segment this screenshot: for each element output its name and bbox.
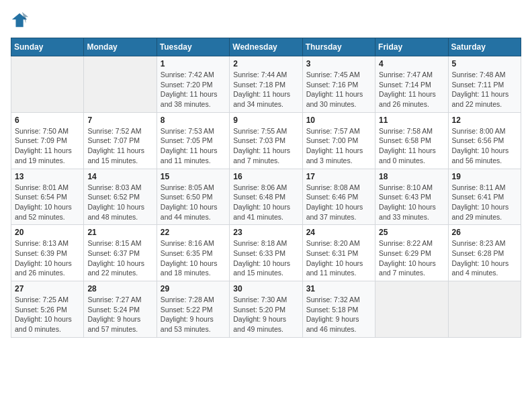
day-number: 13 [15, 172, 80, 181]
calendar-cell: 11Sunrise: 7:58 AM Sunset: 6:58 PM Dayli… [375, 112, 448, 169]
page-header [11, 11, 521, 30]
day-number: 18 [379, 172, 444, 181]
day-info: Sunrise: 7:47 AM Sunset: 7:14 PM Dayligh… [379, 70, 444, 109]
calendar-cell: 27Sunrise: 7:25 AM Sunset: 5:26 PM Dayli… [11, 281, 84, 338]
day-number: 29 [161, 284, 226, 293]
calendar-table: SundayMondayTuesdayWednesdayThursdayFrid… [11, 38, 521, 338]
day-number: 17 [306, 172, 371, 181]
day-info: Sunrise: 8:16 AM Sunset: 6:35 PM Dayligh… [161, 238, 226, 278]
day-info: Sunrise: 7:45 AM Sunset: 7:16 PM Dayligh… [306, 70, 371, 109]
day-number: 7 [87, 116, 152, 125]
day-number: 16 [233, 172, 298, 181]
day-info: Sunrise: 8:18 AM Sunset: 6:33 PM Dayligh… [233, 238, 298, 278]
day-number: 27 [15, 284, 80, 293]
day-number: 30 [233, 284, 298, 293]
weekday-header-row: SundayMondayTuesdayWednesdayThursdayFrid… [11, 38, 521, 56]
calendar-week-2: 6Sunrise: 7:50 AM Sunset: 7:09 PM Daylig… [11, 112, 521, 169]
calendar-cell: 24Sunrise: 8:20 AM Sunset: 6:31 PM Dayli… [302, 225, 375, 281]
calendar-week-5: 27Sunrise: 7:25 AM Sunset: 5:26 PM Dayli… [11, 281, 521, 338]
day-number: 6 [15, 116, 80, 125]
calendar-cell [11, 56, 84, 113]
weekday-header-saturday: Saturday [448, 38, 521, 56]
day-info: Sunrise: 8:10 AM Sunset: 6:43 PM Dayligh… [379, 183, 444, 222]
day-info: Sunrise: 7:30 AM Sunset: 5:20 PM Dayligh… [233, 295, 298, 334]
day-number: 8 [161, 116, 226, 125]
calendar-body: 1Sunrise: 7:42 AM Sunset: 7:20 PM Daylig… [11, 56, 521, 338]
calendar-cell: 26Sunrise: 8:23 AM Sunset: 6:28 PM Dayli… [448, 225, 521, 281]
day-info: Sunrise: 8:15 AM Sunset: 6:37 PM Dayligh… [87, 238, 152, 278]
day-number: 20 [15, 228, 80, 237]
calendar-cell: 15Sunrise: 8:05 AM Sunset: 6:50 PM Dayli… [157, 169, 229, 225]
day-number: 1 [161, 59, 226, 68]
day-info: Sunrise: 7:44 AM Sunset: 7:18 PM Dayligh… [233, 70, 298, 109]
day-info: Sunrise: 8:08 AM Sunset: 6:46 PM Dayligh… [306, 183, 371, 222]
day-number: 4 [379, 59, 444, 68]
calendar-week-4: 20Sunrise: 8:13 AM Sunset: 6:39 PM Dayli… [11, 225, 521, 281]
day-info: Sunrise: 8:03 AM Sunset: 6:52 PM Dayligh… [87, 183, 152, 222]
calendar-cell: 25Sunrise: 8:22 AM Sunset: 6:29 PM Dayli… [375, 225, 448, 281]
day-number: 5 [452, 59, 517, 68]
calendar-cell: 4Sunrise: 7:47 AM Sunset: 7:14 PM Daylig… [375, 56, 448, 113]
calendar-cell: 17Sunrise: 8:08 AM Sunset: 6:46 PM Dayli… [302, 169, 375, 225]
calendar-cell: 28Sunrise: 7:27 AM Sunset: 5:24 PM Dayli… [84, 281, 157, 338]
calendar-header: SundayMondayTuesdayWednesdayThursdayFrid… [11, 38, 521, 56]
day-number: 26 [452, 228, 517, 237]
day-number: 19 [452, 172, 517, 181]
calendar-cell: 5Sunrise: 7:48 AM Sunset: 7:11 PM Daylig… [448, 56, 521, 113]
day-info: Sunrise: 7:42 AM Sunset: 7:20 PM Dayligh… [161, 70, 226, 109]
day-info: Sunrise: 7:58 AM Sunset: 6:58 PM Dayligh… [379, 126, 444, 166]
logo-icon [11, 11, 30, 30]
day-number: 11 [379, 116, 444, 125]
calendar-cell: 10Sunrise: 7:57 AM Sunset: 7:00 PM Dayli… [302, 112, 375, 169]
calendar-week-1: 1Sunrise: 7:42 AM Sunset: 7:20 PM Daylig… [11, 56, 521, 113]
day-number: 22 [161, 228, 226, 237]
day-info: Sunrise: 7:28 AM Sunset: 5:22 PM Dayligh… [161, 295, 226, 334]
day-number: 2 [233, 59, 298, 68]
day-info: Sunrise: 7:50 AM Sunset: 7:09 PM Dayligh… [15, 126, 80, 166]
calendar-cell: 21Sunrise: 8:15 AM Sunset: 6:37 PM Dayli… [84, 225, 157, 281]
calendar-cell: 2Sunrise: 7:44 AM Sunset: 7:18 PM Daylig… [230, 56, 302, 113]
day-number: 10 [306, 116, 371, 125]
weekday-header-monday: Monday [84, 38, 157, 56]
day-info: Sunrise: 7:27 AM Sunset: 5:24 PM Dayligh… [87, 295, 152, 334]
day-info: Sunrise: 8:22 AM Sunset: 6:29 PM Dayligh… [379, 238, 444, 278]
logo [11, 11, 31, 30]
day-info: Sunrise: 7:25 AM Sunset: 5:26 PM Dayligh… [15, 295, 80, 334]
calendar-cell: 18Sunrise: 8:10 AM Sunset: 6:43 PM Dayli… [375, 169, 448, 225]
calendar-cell: 12Sunrise: 8:00 AM Sunset: 6:56 PM Dayli… [448, 112, 521, 169]
weekday-header-thursday: Thursday [302, 38, 375, 56]
day-info: Sunrise: 8:20 AM Sunset: 6:31 PM Dayligh… [306, 238, 371, 278]
day-info: Sunrise: 7:53 AM Sunset: 7:05 PM Dayligh… [161, 126, 226, 166]
day-info: Sunrise: 8:13 AM Sunset: 6:39 PM Dayligh… [15, 238, 80, 278]
day-number: 3 [306, 59, 371, 68]
calendar-cell: 16Sunrise: 8:06 AM Sunset: 6:48 PM Dayli… [230, 169, 302, 225]
day-number: 9 [233, 116, 298, 125]
day-number: 31 [306, 284, 371, 293]
day-number: 15 [161, 172, 226, 181]
calendar-cell: 29Sunrise: 7:28 AM Sunset: 5:22 PM Dayli… [157, 281, 229, 338]
weekday-header-friday: Friday [375, 38, 448, 56]
day-info: Sunrise: 8:11 AM Sunset: 6:41 PM Dayligh… [452, 183, 517, 222]
day-info: Sunrise: 8:01 AM Sunset: 6:54 PM Dayligh… [15, 183, 80, 222]
calendar-cell: 13Sunrise: 8:01 AM Sunset: 6:54 PM Dayli… [11, 169, 84, 225]
day-number: 24 [306, 228, 371, 237]
calendar-cell: 6Sunrise: 7:50 AM Sunset: 7:09 PM Daylig… [11, 112, 84, 169]
calendar-cell: 8Sunrise: 7:53 AM Sunset: 7:05 PM Daylig… [157, 112, 229, 169]
calendar-cell: 31Sunrise: 7:32 AM Sunset: 5:18 PM Dayli… [302, 281, 375, 338]
day-number: 12 [452, 116, 517, 125]
weekday-header-tuesday: Tuesday [157, 38, 229, 56]
day-number: 14 [87, 172, 152, 181]
weekday-header-sunday: Sunday [11, 38, 84, 56]
calendar-cell: 9Sunrise: 7:55 AM Sunset: 7:03 PM Daylig… [230, 112, 302, 169]
calendar-cell: 3Sunrise: 7:45 AM Sunset: 7:16 PM Daylig… [302, 56, 375, 113]
day-number: 28 [87, 284, 152, 293]
calendar-cell [448, 281, 521, 338]
calendar-cell: 1Sunrise: 7:42 AM Sunset: 7:20 PM Daylig… [157, 56, 229, 113]
calendar-cell: 7Sunrise: 7:52 AM Sunset: 7:07 PM Daylig… [84, 112, 157, 169]
calendar-cell [375, 281, 448, 338]
calendar-cell: 14Sunrise: 8:03 AM Sunset: 6:52 PM Dayli… [84, 169, 157, 225]
day-info: Sunrise: 8:23 AM Sunset: 6:28 PM Dayligh… [452, 238, 517, 278]
day-info: Sunrise: 8:00 AM Sunset: 6:56 PM Dayligh… [452, 126, 517, 166]
calendar-cell [84, 56, 157, 113]
day-info: Sunrise: 7:55 AM Sunset: 7:03 PM Dayligh… [233, 126, 298, 166]
